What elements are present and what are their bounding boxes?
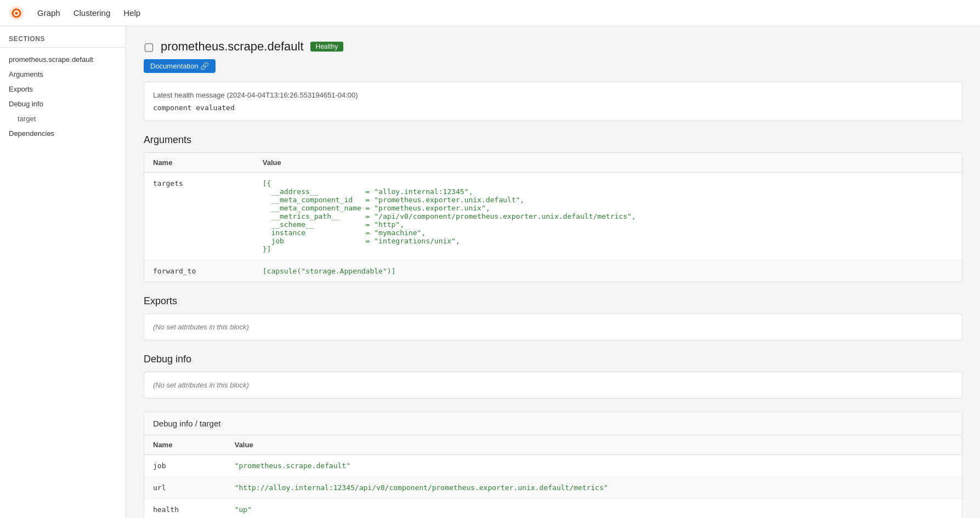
debug-info-target-heading: Debug info / target xyxy=(144,412,962,435)
main-content: ▢ prometheus.scrape.default Healthy Docu… xyxy=(126,26,980,518)
debug-health-name: health xyxy=(144,499,226,519)
col-value-header: Value xyxy=(254,153,962,173)
debug-job-name: job xyxy=(144,455,226,477)
debug-url-name: url xyxy=(144,477,226,499)
health-message-text: component evaluated xyxy=(153,104,953,112)
arguments-table: Name Value targets [{ __address__ = "all… xyxy=(144,153,962,282)
debug-job-value: "prometheus.scrape.default" xyxy=(226,455,962,477)
debug-info-target-section: Debug info / target Name Value job "prom… xyxy=(144,412,962,518)
doc-button-label: Documentation 🔗 xyxy=(150,62,209,70)
table-row: targets [{ __address__ = "alloy.internal… xyxy=(144,173,962,260)
sidebar-item-exports[interactable]: Exports xyxy=(0,82,126,96)
nav-clustering[interactable]: Clustering xyxy=(73,8,111,18)
health-badge: Healthy xyxy=(310,42,344,52)
exports-heading: Exports xyxy=(144,295,962,307)
table-row: url "http://alloy.internal:12345/api/v0/… xyxy=(144,477,962,499)
table-row: health "up" xyxy=(144,499,962,519)
debug-url-value: "http://alloy.internal:12345/api/v0/comp… xyxy=(226,477,962,499)
health-message-box: Latest health message (2024-04-04T13:16:… xyxy=(144,82,962,121)
app-logo-icon xyxy=(9,5,24,21)
arg-forward-to-value: [capsule("storage.Appendable")] xyxy=(254,260,962,282)
layout: Sections prometheus.scrape.default Argum… xyxy=(0,26,980,518)
health-box-title: Latest health message (2024-04-04T13:16:… xyxy=(153,91,953,99)
debug-col-name-header: Name xyxy=(144,435,226,455)
arg-targets-name: targets xyxy=(144,173,254,260)
sidebar-item-debug-info[interactable]: Debug info xyxy=(0,96,126,111)
component-icon: ▢ xyxy=(144,40,154,53)
arg-forward-to-name: forward_to xyxy=(144,260,254,282)
col-name-header: Name xyxy=(144,153,254,173)
sidebar: Sections prometheus.scrape.default Argum… xyxy=(0,26,126,518)
page-header: ▢ prometheus.scrape.default Healthy xyxy=(144,39,962,54)
debug-info-no-attrs: (No set attributes in this block) xyxy=(144,372,962,399)
debug-health-value: "up" xyxy=(226,499,962,519)
arg-targets-value: [{ __address__ = "alloy.internal:12345",… xyxy=(254,173,962,260)
documentation-button[interactable]: Documentation 🔗 xyxy=(144,59,216,73)
svg-point-2 xyxy=(15,12,18,14)
table-row: job "prometheus.scrape.default" xyxy=(144,455,962,477)
debug-info-target-table: Name Value job "prometheus.scrape.defaul… xyxy=(144,435,962,518)
nav-help[interactable]: Help xyxy=(123,8,140,18)
nav-graph[interactable]: Graph xyxy=(37,8,60,18)
arguments-table-wrapper: Name Value targets [{ __address__ = "all… xyxy=(144,152,962,282)
exports-no-attrs: (No set attributes in this block) xyxy=(144,314,962,340)
debug-info-heading: Debug info xyxy=(144,354,962,365)
sidebar-item-target[interactable]: target xyxy=(0,111,126,126)
sidebar-item-arguments[interactable]: Arguments xyxy=(0,67,126,82)
sidebar-item-dependencies[interactable]: Dependencies xyxy=(0,126,126,141)
sidebar-item-scrape-default[interactable]: prometheus.scrape.default xyxy=(0,52,126,67)
arguments-heading: Arguments xyxy=(144,134,962,146)
top-nav: Graph Clustering Help xyxy=(0,0,980,26)
sidebar-title: Sections xyxy=(0,35,126,48)
debug-col-value-header: Value xyxy=(226,435,962,455)
table-row: forward_to [capsule("storage.Appendable"… xyxy=(144,260,962,282)
page-title: prometheus.scrape.default xyxy=(161,39,304,54)
